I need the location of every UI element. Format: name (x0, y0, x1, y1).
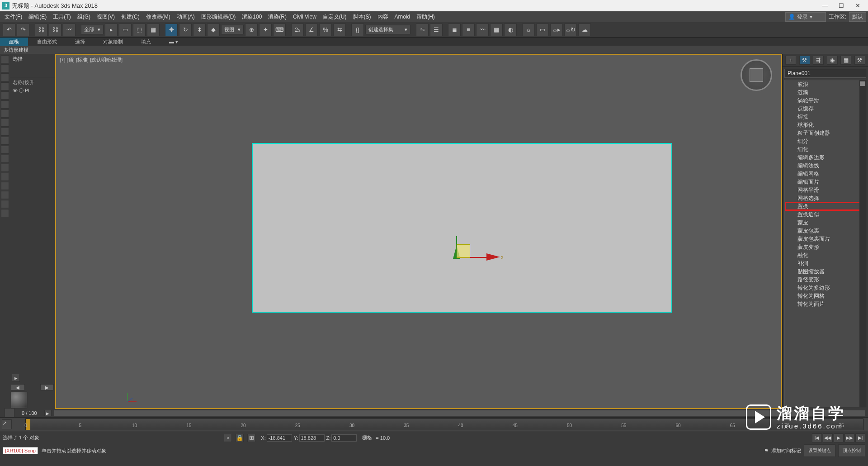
prev-frame-button[interactable]: ◀◀ (823, 433, 833, 442)
key-filters-button[interactable]: 顶点控制 (838, 444, 865, 457)
menu-file[interactable]: 文件(F) (2, 12, 25, 22)
modifier-item[interactable]: 球形化 (785, 121, 866, 129)
use-pivot-button[interactable]: ⊕ (245, 24, 258, 36)
ribbon-tab-populate[interactable]: 填充 (132, 38, 160, 46)
login-dropdown[interactable]: 👤 登录 ▾ (785, 12, 826, 22)
menu-modifiers[interactable]: 修改器(M) (143, 12, 173, 22)
viewport-label[interactable]: [+] [顶] [标准] [默认明暗处理] (60, 57, 123, 63)
modifier-item[interactable]: 蒙皮变形 (785, 243, 866, 251)
close-button[interactable]: ✕ (849, 1, 866, 10)
key-mode-button[interactable]: ↗ (2, 419, 12, 429)
modifier-item[interactable]: 贴图缩放器 (785, 267, 866, 276)
modifier-item[interactable]: 转化为多边形 (785, 284, 866, 292)
material-slot-1[interactable] (11, 392, 27, 408)
modifier-item[interactable]: 编辑法线 (785, 162, 866, 170)
select-object-button[interactable]: ▸ (105, 24, 118, 36)
modifier-item[interactable]: 网格选择 (785, 194, 866, 202)
rotate-button[interactable]: ↻ (179, 24, 192, 36)
modifier-item[interactable]: 编辑网格 (785, 170, 866, 178)
isolate-selection-button[interactable]: ▫ (224, 434, 232, 442)
bind-spacewarp-button[interactable]: 〰 (63, 24, 75, 36)
menu-graph-editors[interactable]: 图形编辑器(D) (198, 12, 239, 22)
minimize-button[interactable]: — (817, 1, 833, 10)
scene-row-plane[interactable]: 👁 Pl (10, 87, 55, 94)
frame-indicator[interactable]: 0 / 100 (17, 410, 42, 416)
tab-create[interactable]: + (785, 56, 796, 65)
schematic-view-button[interactable]: ▦ (490, 24, 503, 36)
goto-start-button[interactable]: |◀ (812, 433, 822, 442)
spinner-snap-button[interactable]: ⇆ (333, 24, 346, 36)
se-filter-hidden-icon[interactable] (1, 146, 9, 154)
se-filter-bone-icon[interactable] (1, 128, 9, 136)
curve-editor-button[interactable]: 〰 (476, 24, 489, 36)
menu-arnold[interactable]: Arnold (392, 12, 413, 21)
viewcube-face[interactable] (750, 68, 763, 82)
se-filter-spacewarps-icon[interactable] (1, 100, 9, 109)
select-by-name-button[interactable]: ▭ (119, 24, 132, 36)
coordinate-display-button[interactable]: ⊞ (247, 434, 255, 442)
menu-views[interactable]: 视图(V) (94, 12, 118, 22)
se-filter-xref-icon[interactable] (1, 119, 9, 127)
scene-scroll-left-button[interactable]: ◀ (11, 384, 25, 390)
scene-sort-header[interactable]: 名称(按升 (10, 78, 55, 87)
se-filter-lights-icon[interactable] (1, 73, 9, 81)
coord-x-input[interactable] (267, 434, 292, 442)
unlink-button[interactable]: ⛓ (49, 24, 61, 36)
viewcube[interactable] (741, 59, 772, 91)
ribbon-tab-object-paint[interactable]: 对象绘制 (94, 38, 132, 46)
mirror-button[interactable]: ⇋ (416, 24, 429, 36)
modifier-item[interactable]: 编辑多边形 (785, 153, 866, 162)
render-iterative-button[interactable]: ☼↻ (564, 24, 577, 36)
menu-group[interactable]: 组(G) (75, 12, 93, 22)
undo-button[interactable]: ↶ (3, 24, 15, 36)
redo-button[interactable]: ↷ (17, 24, 29, 36)
freeze-icon[interactable] (19, 88, 24, 93)
maximize-button[interactable]: ☐ (833, 1, 849, 10)
se-filter-helpers-icon[interactable] (1, 91, 9, 100)
modifier-scrollbar[interactable] (859, 80, 866, 407)
modifier-item[interactable]: 置换 (785, 202, 866, 210)
modifier-item[interactable]: 点缓存 (785, 105, 866, 113)
add-time-tag-label[interactable]: 添加时间标记 (771, 447, 801, 454)
workspace-dropdown[interactable]: 默认 (849, 12, 866, 22)
ribbon-collapse-button[interactable]: ▬ ▾ (160, 38, 187, 46)
se-sort-icon[interactable] (1, 191, 9, 199)
render-online-button[interactable]: ☁ (578, 24, 591, 36)
tab-modify[interactable]: ⚒ (799, 56, 810, 65)
window-crossing-button[interactable]: ▦ (147, 24, 160, 36)
modifier-item[interactable]: 补洞 (785, 259, 866, 267)
play-button[interactable]: ▶ (834, 433, 844, 442)
scale-button[interactable]: ⬍ (193, 24, 206, 36)
goto-end-button[interactable]: ▶| (855, 433, 865, 442)
menu-tools[interactable]: 工具(T) (50, 12, 73, 22)
se-display-invert-icon[interactable] (1, 182, 9, 190)
modifier-item[interactable]: 焊接 (785, 113, 866, 121)
menu-scripting[interactable]: 脚本(S) (350, 12, 374, 22)
edit-named-sel-button[interactable]: {} (351, 24, 364, 36)
percent-snap-button[interactable]: % (319, 24, 332, 36)
toggle-ribbon-button[interactable]: ≡ (462, 24, 475, 36)
ribbon-tab-freeform[interactable]: 自由形式 (28, 38, 66, 46)
se-search-icon[interactable] (1, 200, 9, 208)
modifier-item[interactable]: 蒙皮 (785, 219, 866, 227)
viewport[interactable]: [+] [顶] [标准] [默认明暗处理] x (55, 54, 782, 409)
modifier-item[interactable]: 蒙皮包裹面片 (785, 235, 866, 243)
timeline-track[interactable]: 051015202530354045505560657075 (25, 418, 863, 430)
align-button[interactable]: ☰ (430, 24, 443, 36)
menu-rendering[interactable]: 渲染(R) (265, 12, 289, 22)
modifier-item[interactable]: 网格平滑 (785, 186, 866, 194)
coord-y-input[interactable] (299, 434, 325, 442)
se-filter-ref-icon[interactable] (1, 137, 9, 145)
modifier-item[interactable]: 编辑面片 (785, 178, 866, 186)
coord-z-input[interactable] (331, 434, 357, 442)
se-filter-groups-icon[interactable] (1, 109, 9, 118)
gizmo-x-arrow-icon[interactable] (486, 253, 500, 261)
keyboard-shortcut-button[interactable]: ⌨ (273, 24, 286, 36)
tab-display[interactable]: ▦ (840, 56, 851, 65)
modifier-item[interactable]: 细化 (785, 145, 866, 153)
object-name-field[interactable]: Plane001 (784, 69, 866, 78)
rendered-frame-button[interactable]: ▭ (536, 24, 549, 36)
selection-filter-dropdown[interactable]: 全部▾ (81, 25, 104, 34)
selection-lock-button[interactable]: 🔒 (236, 434, 244, 442)
time-slider-track[interactable] (54, 410, 865, 416)
